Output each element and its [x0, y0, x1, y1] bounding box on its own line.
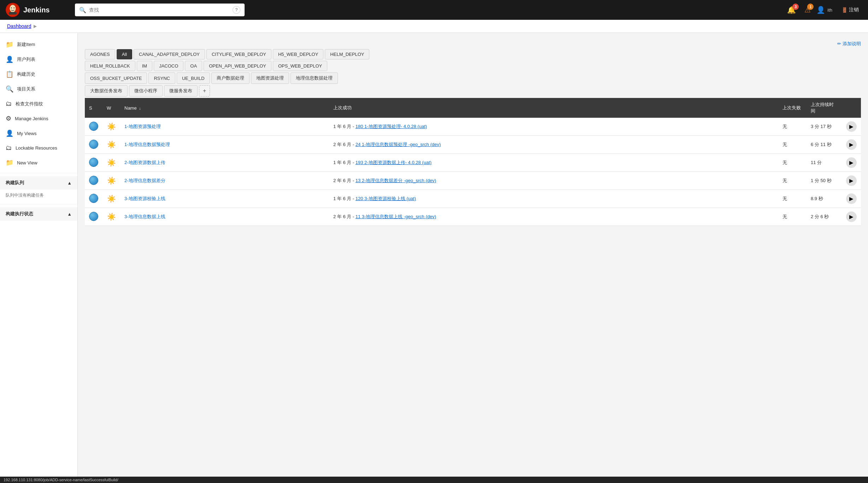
schedule-build-button[interactable]: ▶ [846, 175, 857, 186]
job-name-link[interactable]: 3-地图资源校验上线 [124, 196, 165, 201]
user-list-icon: 👤 [6, 56, 13, 63]
last-success-link[interactable]: 193 2-地图资源数据上传- 4.0.28 (uat) [356, 160, 432, 165]
lockable-resources-icon: 🗂 [6, 144, 12, 152]
tab-ue-build[interactable]: UE_BUILD [177, 72, 210, 84]
tab-citylife[interactable]: CITYLIFE_WEB_DEPLOY [206, 49, 271, 59]
last-success-link[interactable]: 24 1-地理信息数据预处理 -geo_srch (dev) [356, 142, 441, 147]
last-success-link[interactable]: 13 2-地理信息数据差分 -geo_srch (dev) [356, 178, 436, 183]
user-menu[interactable]: 👤 ith [816, 6, 832, 14]
sidebar-item-new-view[interactable]: 📁 New View [0, 155, 77, 170]
tab-oss-bucket[interactable]: OSS_BUCKET_UPDATE [85, 72, 147, 84]
sidebar-label-new-item: 新建Item [17, 41, 35, 48]
search-icon: 🔍 [79, 7, 86, 13]
tab-merchant-data[interactable]: 商户数据处理 [211, 72, 250, 84]
weather-icon: ☀️ [107, 194, 116, 203]
duration-cell: 1 分 50 秒 [807, 172, 842, 190]
status-ball-icon [89, 176, 98, 185]
notification-bell[interactable]: 🔔 3 [787, 6, 796, 14]
last-fail-cell: 无 [778, 172, 807, 190]
sidebar-item-manage-jenkins[interactable]: ⚙ Manage Jenkins [0, 111, 77, 126]
add-desc-label: ✏ 添加说明 [837, 41, 861, 46]
tab-agones[interactable]: AGONES [85, 49, 115, 59]
search-help-icon[interactable]: ? [233, 6, 240, 14]
jenkins-logo [6, 3, 20, 17]
top-navigation: Jenkins 🔍 ? 🔔 3 ⚠ 1 👤 ith 🚪 注销 [0, 0, 868, 20]
project-relations-icon: 🔍 [6, 85, 13, 93]
last-success-cell: 1 年 6 月 - 180 1-地图资源预处理- 4.0.28 (uat) [329, 118, 778, 136]
status-ball-icon [89, 122, 98, 131]
tabs-row-4: 大数据任务发布 微信小程序 微服务发布 + [85, 85, 861, 97]
col-header-last-success: 上次成功 [329, 98, 778, 118]
build-queue-title: 构建队列 [6, 180, 24, 186]
job-name-link[interactable]: 2-地图资源数据上传 [124, 160, 165, 165]
sidebar-item-project-relations[interactable]: 🔍 项目关系 [0, 82, 77, 97]
add-description-link[interactable]: ✏ 添加说明 [85, 39, 861, 49]
status-ball-icon [89, 158, 98, 167]
schedule-build-button[interactable]: ▶ [846, 211, 857, 222]
weather-icon: ☀️ [107, 158, 116, 167]
tab-oa[interactable]: OA [185, 61, 202, 71]
search-input[interactable] [89, 7, 230, 13]
breadcrumb-dashboard[interactable]: Dashboard [7, 23, 31, 29]
tab-map-resource[interactable]: 地图资源处理 [251, 72, 289, 84]
last-success-link[interactable]: 120 3-地图资源校验上线 (uat) [356, 196, 416, 201]
col-header-name[interactable]: Name ↓ [120, 98, 329, 118]
build-exec-header[interactable]: 构建执行状态 ▲ [0, 207, 77, 221]
tab-micro-service[interactable]: 微服务发布 [164, 85, 198, 97]
tab-open-api[interactable]: OPEN_API_WEB_DEPLOY [204, 61, 271, 71]
sidebar-item-user-list[interactable]: 👤 用户列表 [0, 52, 77, 67]
build-queue-section: 构建队列 ▲ 队列中没有构建任务 [0, 173, 77, 201]
tab-jacoco[interactable]: JACOCO [154, 61, 183, 71]
job-name-cell: 2-地图资源数据上传 [120, 154, 329, 172]
tab-all[interactable]: All [117, 49, 132, 59]
sidebar-label-my-views: My Views [17, 131, 36, 136]
table-body: ☀️ 1-地图资源预处理 1 年 6 月 - 180 1-地图资源预处理- 4.… [85, 118, 861, 226]
job-name-link[interactable]: 3-地理信息数据上线 [124, 214, 165, 219]
last-fail-cell: 无 [778, 208, 807, 226]
last-success-link[interactable]: 180 1-地图资源预处理- 4.0.28 (uat) [356, 124, 427, 129]
tab-ops-web[interactable]: OPS_WEB_DEPLOY [273, 61, 327, 71]
last-success-prefix: 2 年 6 月 - [333, 142, 356, 147]
build-queue-header[interactable]: 构建队列 ▲ [0, 176, 77, 190]
schedule-build-button[interactable]: ▶ [846, 139, 857, 150]
last-success-cell: 2 年 6 月 - 13 2-地理信息数据差分 -geo_srch (dev) [329, 172, 778, 190]
tab-h5-web[interactable]: H5_WEB_DEPLOY [273, 49, 323, 59]
tab-geo-data[interactable]: 地理信息数据处理 [291, 72, 338, 84]
tab-rsync[interactable]: RSYNC [148, 72, 175, 84]
status-ball-icon [89, 212, 98, 221]
job-name-link[interactable]: 1-地图资源预处理 [124, 124, 161, 129]
duration-cell: 8.9 秒 [807, 190, 842, 208]
last-fail-cell: 无 [778, 118, 807, 136]
main-layout: 📁 新建Item 👤 用户列表 📋 构建历史 🔍 项目关系 🗂 检查文件指纹 ⚙… [0, 33, 868, 482]
schedule-build-button[interactable]: ▶ [846, 121, 857, 132]
sidebar-item-lockable-resources[interactable]: 🗂 Lockable Resources [0, 141, 77, 155]
schedule-build-button[interactable]: ▶ [846, 193, 857, 204]
tab-helm-deploy[interactable]: HELM_DEPLOY [325, 49, 369, 59]
tab-add-button[interactable]: + [199, 85, 210, 97]
sidebar-item-new-item[interactable]: 📁 新建Item [0, 37, 77, 52]
last-success-link[interactable]: 11 3-地理信息数据上线 -geo_srch (dev) [356, 214, 436, 219]
last-success-prefix: 1 年 6 月 - [333, 160, 356, 165]
svg-point-2 [11, 7, 12, 8]
sidebar-item-my-views[interactable]: 👤 My Views [0, 126, 77, 141]
tab-wechat-mini[interactable]: 微信小程序 [129, 85, 163, 97]
warning-indicator[interactable]: ⚠ 1 [804, 6, 811, 14]
sidebar: 📁 新建Item 👤 用户列表 📋 构建历史 🔍 项目关系 🗂 检查文件指纹 ⚙… [0, 33, 78, 482]
tab-bigdata-publish[interactable]: 大数据任务发布 [85, 85, 128, 97]
sidebar-item-check-file[interactable]: 🗂 检查文件指纹 [0, 97, 77, 111]
tabs-row-2: HELM_ROLLBACK IM JACOCO OA OPEN_API_WEB_… [85, 61, 861, 71]
schedule-build-button[interactable]: ▶ [846, 157, 857, 168]
job-name-link[interactable]: 2-地理信息数据差分 [124, 178, 165, 183]
tab-canal-adapter[interactable]: CANAL_ADAPTER_DEPLOY [134, 49, 205, 59]
duration-cell: 3 分 17 秒 [807, 118, 842, 136]
tab-im[interactable]: IM [137, 61, 152, 71]
job-name-cell: 1-地图资源预处理 [120, 118, 329, 136]
weather-cell: ☀️ [102, 190, 120, 208]
col-header-duration: 上次持续时间 [807, 98, 842, 118]
sidebar-item-build-history[interactable]: 📋 构建历史 [0, 67, 77, 82]
logout-button[interactable]: 🚪 注销 [838, 5, 862, 15]
breadcrumb: Dashboard ▶ [0, 20, 868, 33]
job-name-cell: 3-地图资源校验上线 [120, 190, 329, 208]
job-name-link[interactable]: 1-地理信息数据预处理 [124, 142, 170, 147]
tab-helm-rollback[interactable]: HELM_ROLLBACK [85, 61, 135, 71]
